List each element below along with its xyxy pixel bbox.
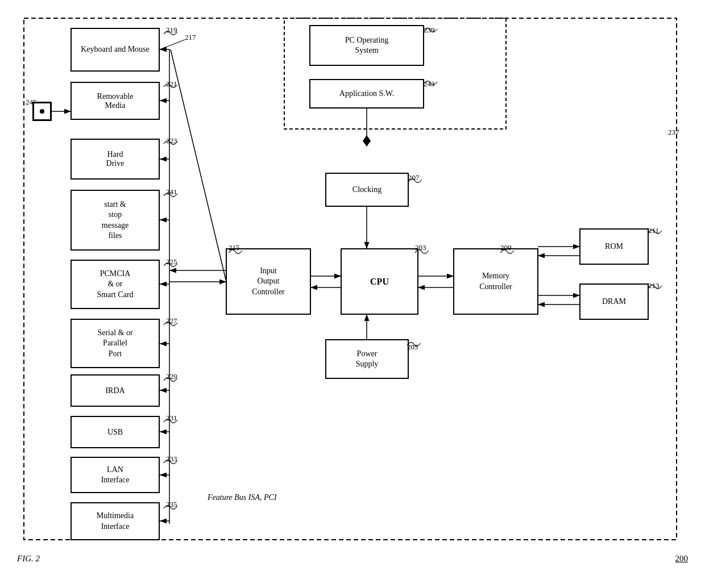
svg-line-51: [160, 40, 185, 49]
num-231: 231: [166, 414, 177, 423]
pcmcia-box: PCMCIA& orSmart Card: [71, 260, 159, 308]
num-241: 241: [166, 187, 177, 197]
num-235: 235: [166, 500, 177, 509]
num-223: 223: [166, 136, 177, 145]
hard-drive-box: HardDrive: [71, 139, 159, 179]
ioc-box: InputOutputController: [226, 249, 310, 314]
connector-box: [33, 102, 51, 120]
num-229: 229: [166, 372, 177, 381]
usb-box: USB: [71, 416, 159, 448]
app-sw-box: Application S.W.: [310, 80, 424, 108]
num-217: 217: [185, 33, 196, 42]
num-237: 237: [668, 128, 679, 137]
num-207: 207: [408, 173, 420, 182]
num-211: 211: [648, 226, 659, 235]
num-213: 213: [648, 281, 660, 290]
num-203: 203: [415, 243, 426, 252]
multimedia-box: MultimediaInterface: [71, 503, 159, 540]
clocking-box: Clocking: [326, 173, 408, 206]
fig-number: 200: [675, 554, 689, 564]
rom-box: ROM: [580, 229, 648, 264]
keyboard-mouse-box: Keyboard and Mouse: [71, 28, 159, 71]
removable-media-box: RemovableMedia: [71, 82, 159, 119]
serial-box: Serial & orParallelPort: [71, 319, 159, 368]
diagram-container: Keyboard and Mouse 219 RemovableMedia 22…: [6, 6, 699, 568]
pc-os-box: PC OperatingSystem: [310, 26, 424, 65]
feature-bus-label: Feature Bus ISA, PCI: [208, 493, 277, 502]
num-243: 243: [424, 80, 435, 89]
connector-circle: [40, 109, 44, 114]
num-215: 215: [229, 243, 240, 252]
num-239: 239: [424, 26, 435, 35]
num-227: 227: [166, 316, 177, 326]
num-209: 209: [500, 243, 512, 252]
power-supply-box: PowerSupply: [326, 340, 408, 378]
num-225: 225: [166, 257, 177, 266]
cpu-box: CPU: [341, 249, 418, 314]
lan-interface-box: LANInterface: [71, 457, 159, 493]
num-205: 205: [407, 343, 418, 352]
svg-line-23: [171, 49, 226, 282]
dram-box: DRAM: [580, 284, 648, 319]
start-stop-box: start &stopmessagefiles: [71, 190, 159, 250]
num-233: 233: [166, 454, 177, 464]
memory-controller-box: MemoryController: [454, 249, 538, 314]
fig-label: FIG. 2: [17, 554, 40, 564]
num-221: 221: [166, 80, 177, 89]
num-219: 219: [166, 26, 177, 35]
irda-box: IRDA: [71, 375, 159, 406]
svg-marker-49: [363, 135, 371, 147]
